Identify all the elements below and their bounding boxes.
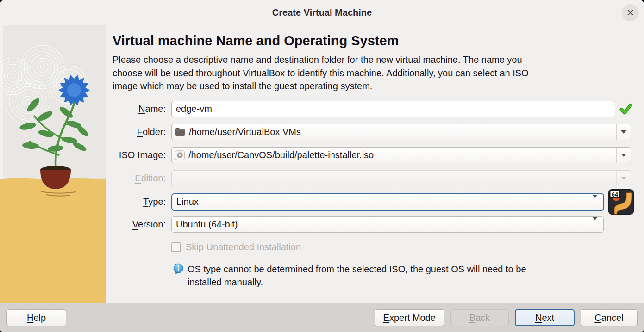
potted-flower-illustration — [0, 25, 106, 303]
folder-value: /home/user/VirtualBox VMs — [185, 127, 616, 137]
version-label: Version: — [113, 219, 166, 230]
name-row: Name: — [113, 101, 638, 117]
type-row: Type: Linux — [113, 193, 638, 211]
edition-combobox — [171, 170, 631, 186]
skip-unattended-checkbox — [171, 242, 181, 252]
cancel-button[interactable]: Cancel — [581, 309, 638, 326]
help-button[interactable]: Help — [6, 309, 66, 326]
name-label: Name: — [113, 104, 166, 114]
edition-row: Edition: — [113, 170, 638, 186]
folder-icon — [175, 128, 185, 136]
edition-label: Edition: — [113, 173, 166, 184]
sidebar-illustration — [0, 25, 106, 303]
disc-icon — [175, 150, 185, 160]
os-type-64bit-icon: 64 — [608, 189, 634, 215]
next-button[interactable]: Next — [515, 309, 575, 326]
wizard-page: Virtual machine Name and Operating Syste… — [106, 25, 644, 303]
version-combobox[interactable]: Ubuntu (64-bit) — [171, 216, 604, 233]
close-icon[interactable]: × — [622, 4, 639, 21]
create-vm-dialog: Create Virtual Machine × — [0, 0, 644, 332]
back-button: Back — [450, 309, 509, 326]
expert-mode-button[interactable]: Expert Mode — [375, 309, 444, 326]
iso-image-value: /home/user/CanvOS/build/palette-installe… — [185, 150, 616, 160]
dialog-button-bar: Help Expert Mode Back Next Cancel — [0, 303, 644, 332]
notice-text: OS type cannot be determined from the se… — [188, 263, 526, 289]
vm-name-input[interactable] — [171, 101, 615, 117]
page-description: Please choose a descriptive name and des… — [113, 53, 638, 93]
window-title: Create Virtual Machine — [272, 7, 372, 18]
folder-combobox[interactable]: /home/user/VirtualBox VMs — [171, 124, 631, 140]
titlebar: Create Virtual Machine × — [0, 0, 644, 25]
chevron-down-icon — [592, 198, 598, 206]
iso-image-label: ISO Image: — [113, 150, 166, 160]
vm-form: Name: Folder: — [113, 101, 638, 289]
info-icon — [173, 263, 184, 277]
iso-row: ISO Image: /home/user/CanvOS/build/palet… — [113, 147, 638, 163]
version-row: Version: Ubuntu (64-bit) — [113, 216, 638, 233]
arch-badge: 64 — [612, 191, 618, 198]
type-label: Type: — [113, 197, 166, 207]
skip-unattended-row: Skip Unattended Installation — [113, 242, 638, 253]
chevron-down-icon — [616, 124, 631, 140]
type-value: Linux — [172, 197, 592, 207]
folder-label: Folder: — [113, 127, 166, 137]
iso-image-combobox[interactable]: /home/user/CanvOS/build/palette-installe… — [171, 147, 631, 163]
chevron-down-icon — [592, 220, 598, 228]
type-combobox[interactable]: Linux — [171, 193, 604, 211]
skip-unattended-label: Skip Unattended Installation — [186, 242, 301, 252]
version-value: Ubuntu (64-bit) — [172, 219, 592, 230]
folder-row: Folder: /home/user/VirtualBox VMs — [113, 124, 638, 140]
os-detect-notice: OS type cannot be determined from the se… — [113, 263, 638, 289]
chevron-down-icon — [616, 148, 631, 163]
name-valid-check-icon — [619, 102, 632, 115]
page-title: Virtual machine Name and Operating Syste… — [113, 32, 638, 49]
chevron-down-icon — [616, 171, 631, 186]
